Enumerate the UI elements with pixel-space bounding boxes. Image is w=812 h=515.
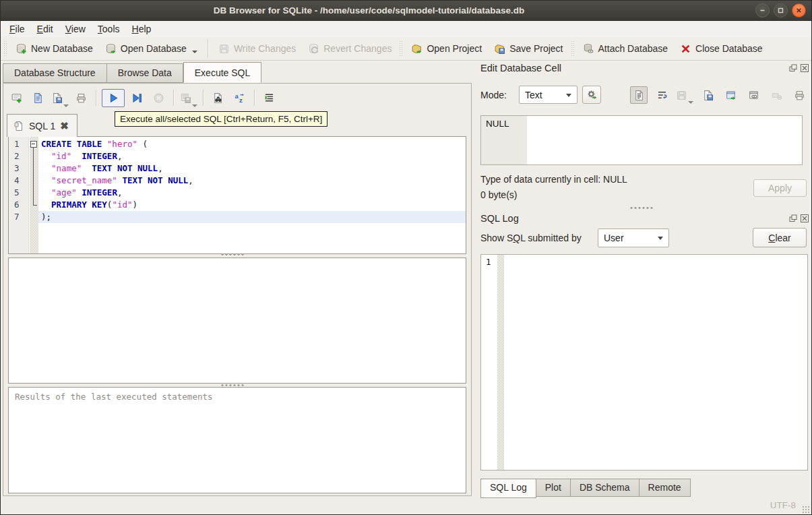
close-icon (795, 7, 803, 14)
tab-db-schema[interactable]: DB Schema (571, 479, 639, 497)
find-icon (212, 92, 224, 104)
sql-log-area[interactable]: 1 (480, 254, 808, 471)
float-dock-icon[interactable] (788, 63, 797, 72)
open-sql-file-button[interactable] (29, 89, 47, 107)
maximize-button[interactable] (774, 3, 788, 18)
format-sql-button[interactable] (260, 89, 278, 107)
tab-sql-log[interactable]: SQL Log (480, 479, 536, 498)
mode-value: Text (525, 90, 542, 100)
open-database-button[interactable]: Open Database (99, 40, 204, 57)
execute-all-sql-button[interactable] (102, 89, 125, 107)
tooltip: Execute all/selected SQL [Ctrl+Return, F… (115, 111, 327, 127)
new-database-button[interactable]: New Database (9, 40, 99, 57)
float-dock-icon[interactable] (788, 214, 797, 222)
write-changes-icon (218, 43, 230, 55)
toggle-autocompletion-button[interactable]: az (230, 89, 249, 107)
app-window: DB Browser for SQLite - /home/user/code/… (0, 0, 812, 515)
code-text: "secret_name" TEXT NOT NULL, (38, 175, 466, 187)
cell-type-info: Type of data currently in cell: NULL (480, 174, 627, 185)
print-icon (75, 92, 87, 104)
toolbar-grip (3, 40, 8, 57)
dropdown-caret-icon[interactable] (192, 51, 197, 53)
tab-remote[interactable]: Remote (639, 479, 691, 497)
open-new-sql-tab-button[interactable] (7, 89, 26, 107)
find-in-sql-button[interactable] (209, 89, 227, 107)
clear-log-button[interactable]: Clear (753, 228, 807, 247)
submitted-by-select[interactable]: User (598, 229, 669, 247)
toolbar-grip (571, 40, 575, 57)
mode-label: Mode: (480, 90, 507, 100)
tab-execute-sql[interactable]: Execute SQL (183, 62, 262, 83)
execute-current-line-button[interactable] (128, 89, 146, 107)
revert-changes-button: Revert Changes (302, 40, 398, 57)
stop-icon (153, 92, 164, 104)
edit-cell-toolbar (630, 86, 808, 104)
dropdown-caret-icon (688, 101, 693, 104)
write-changes-button: Write Changes (212, 40, 302, 57)
menu-edit[interactable]: Edit (31, 22, 59, 36)
close-dock-icon[interactable] (800, 214, 809, 222)
text-mode-button[interactable] (630, 86, 648, 104)
cell-editor[interactable]: NULL (480, 115, 803, 165)
submitted-by-value: User (604, 233, 624, 243)
save-sql-file-icon (51, 92, 63, 104)
results-log-pane[interactable]: Results of the last executed statements (8, 387, 466, 493)
code-text: ); (38, 211, 466, 223)
sql-document-icon (13, 121, 24, 131)
close-database-button[interactable]: Close Database (674, 40, 769, 57)
code-text: CREATE TABLE "hero" ( (38, 138, 466, 150)
save-project-button[interactable]: Save Project (488, 40, 569, 57)
resize-grip[interactable] (802, 506, 810, 514)
print-sql-button[interactable] (72, 89, 90, 107)
line-number: 2 (9, 150, 29, 162)
window-title: DB Browser for SQLite - /home/user/code/… (1, 1, 737, 21)
apply-button[interactable]: Apply (753, 179, 807, 197)
fold-marker (29, 162, 38, 175)
open-external-button[interactable] (722, 86, 739, 104)
dropdown-caret-icon[interactable] (192, 104, 197, 107)
line-number: 1 (9, 138, 29, 150)
save-as-icon (702, 90, 714, 101)
word-wrap-button[interactable] (653, 86, 670, 104)
fold-marker (29, 187, 38, 199)
print-icon (794, 90, 805, 101)
link-button[interactable] (745, 86, 762, 104)
execute-sql-panel: az SQL 1 ✖ Execute all/selected SQL [Ctr… (3, 83, 472, 496)
menu-tools[interactable]: Tools (92, 22, 126, 36)
open-project-button[interactable]: Open Project (405, 40, 488, 57)
mode-select[interactable]: Text (519, 86, 577, 104)
open-external-icon (725, 90, 737, 101)
gear-run-icon (586, 89, 598, 100)
dropdown-caret-icon[interactable] (63, 104, 69, 107)
result-grid-pane[interactable] (8, 258, 466, 384)
menu-view[interactable]: View (59, 22, 92, 36)
save-as-button[interactable] (699, 86, 716, 104)
tab-plot[interactable]: Plot (536, 479, 571, 497)
minimize-button[interactable] (755, 3, 770, 18)
tab-database-structure[interactable]: Database Structure (3, 63, 107, 83)
save-sql-file-button[interactable] (51, 89, 69, 107)
menu-help[interactable]: Help (126, 22, 158, 36)
close-tab-icon[interactable]: ✖ (60, 121, 69, 131)
code-text: "name" TEXT NOT NULL, (38, 162, 466, 175)
sql-editor[interactable]: 1CREATE TABLE "hero" (2 "id" INTEGER,3 "… (8, 136, 466, 254)
tab-browse-data[interactable]: Browse Data (107, 63, 183, 83)
close-dock-icon[interactable] (800, 63, 809, 72)
print-button[interactable] (790, 86, 808, 104)
open-database-icon (105, 43, 117, 55)
attach-database-button[interactable]: Attach Database (577, 40, 675, 57)
code-text: PRIMARY KEY("id") (38, 199, 466, 211)
splitter-handle[interactable] (629, 206, 654, 210)
sql-document-tab[interactable]: SQL 1 ✖ (7, 114, 77, 137)
close-database-icon (680, 43, 691, 55)
splitter-handle[interactable] (220, 253, 245, 256)
editor-line: 7); (9, 211, 466, 223)
fold-marker (29, 150, 38, 162)
fold-marker[interactable] (29, 138, 38, 150)
titlebar: DB Browser for SQLite - /home/user/code/… (1, 1, 811, 21)
close-button[interactable] (792, 3, 806, 18)
fold-marker (29, 175, 38, 187)
auto-apply-button[interactable] (582, 86, 601, 104)
menu-file[interactable]: File (3, 22, 31, 36)
stop-execution-button (150, 89, 168, 107)
